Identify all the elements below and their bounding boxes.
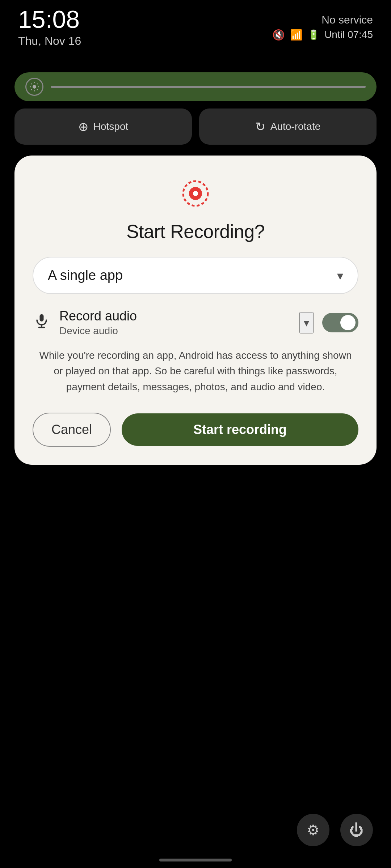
svg-point-0 bbox=[33, 85, 36, 89]
status-left: 15:08 Thu, Nov 16 bbox=[18, 7, 81, 48]
battery-icon: 🔋 bbox=[308, 29, 319, 41]
brightness-slider[interactable] bbox=[14, 72, 377, 101]
svg-point-3 bbox=[193, 191, 198, 196]
power-button[interactable]: ⏻ bbox=[340, 814, 373, 846]
hotspot-tile[interactable]: ⊕ Hotspot bbox=[14, 109, 192, 145]
home-bar bbox=[159, 859, 232, 861]
toggle-knob bbox=[340, 315, 356, 330]
settings-icon: ⚙ bbox=[307, 822, 320, 838]
cancel-button[interactable]: Cancel bbox=[33, 413, 111, 447]
battery-time: Until 07:45 bbox=[324, 29, 373, 41]
svg-rect-4 bbox=[40, 314, 44, 322]
dropdown-value: A single app bbox=[48, 268, 123, 283]
record-audio-title: Record audio bbox=[59, 309, 291, 324]
record-audio-row: Record audio Device audio ▾ bbox=[33, 309, 358, 337]
mic-icon bbox=[33, 313, 51, 332]
record-audio-toggle[interactable] bbox=[322, 313, 358, 332]
auto-rotate-tile[interactable]: ↻ Auto-rotate bbox=[199, 109, 377, 145]
start-recording-button[interactable]: Start recording bbox=[122, 413, 358, 446]
no-service-label: No service bbox=[321, 14, 373, 26]
brightness-track[interactable] bbox=[51, 86, 366, 88]
status-icons: 🔇 📶 🔋 Until 07:45 bbox=[272, 29, 373, 41]
auto-rotate-icon: ↻ bbox=[255, 119, 265, 134]
record-icon bbox=[181, 179, 210, 208]
record-audio-subtitle: Device audio bbox=[59, 325, 291, 337]
mute-icon: 🔇 bbox=[272, 29, 285, 41]
status-right: No service 🔇 📶 🔋 Until 07:45 bbox=[272, 14, 373, 41]
warning-text: While you're recording an app, Android h… bbox=[33, 348, 358, 395]
status-time: 15:08 bbox=[18, 7, 81, 31]
auto-rotate-label: Auto-rotate bbox=[270, 121, 321, 132]
bottom-bar: ⚙ ⏻ bbox=[297, 814, 373, 846]
power-icon: ⏻ bbox=[349, 822, 364, 838]
dropdown-chevron-icon: ▾ bbox=[337, 268, 343, 283]
app-dropdown[interactable]: A single app ▾ bbox=[33, 257, 358, 294]
status-date: Thu, Nov 16 bbox=[18, 34, 81, 48]
wifi-icon: 📶 bbox=[290, 29, 303, 41]
settings-button[interactable]: ⚙ bbox=[297, 814, 329, 846]
record-audio-labels: Record audio Device audio bbox=[59, 309, 291, 337]
hotspot-label: Hotspot bbox=[93, 121, 129, 132]
quick-tiles: ⊕ Hotspot ↻ Auto-rotate bbox=[14, 109, 377, 145]
brightness-icon bbox=[25, 78, 43, 96]
dialog-buttons: Cancel Start recording bbox=[33, 413, 358, 447]
audio-source-dropdown[interactable]: ▾ bbox=[299, 312, 314, 333]
dialog-title: Start Recording? bbox=[126, 221, 265, 242]
hotspot-icon: ⊕ bbox=[78, 119, 88, 134]
record-icon-container bbox=[179, 177, 212, 210]
record-dialog: Start Recording? A single app ▾ Record a… bbox=[14, 156, 377, 465]
status-bar: 15:08 Thu, Nov 16 No service 🔇 📶 🔋 Until… bbox=[0, 0, 391, 43]
